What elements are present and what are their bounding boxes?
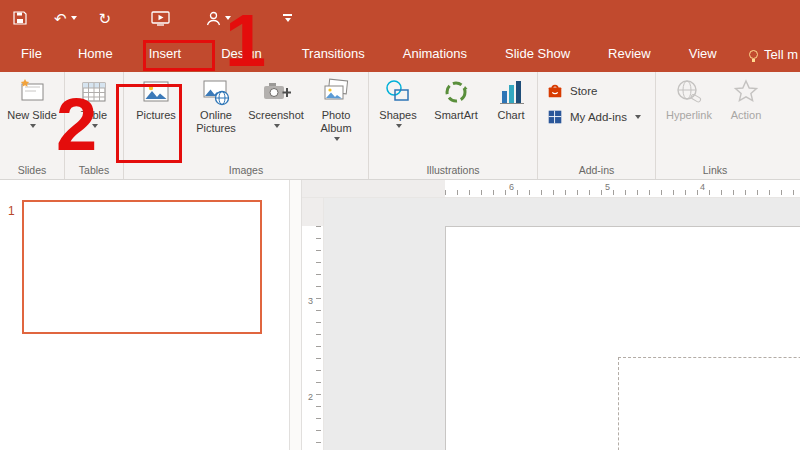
edit-body: 3 2	[302, 198, 800, 450]
lightbulb-icon	[749, 50, 758, 59]
annotation-box-insert-tab	[143, 40, 215, 71]
ribbon-tab-bar: File Home Insert Design Transitions Anim…	[0, 36, 800, 72]
dropdown-arrow-icon[interactable]	[274, 124, 280, 128]
customize-quick-access-icon	[283, 14, 292, 16]
dropdown-arrow-icon[interactable]	[334, 137, 340, 141]
customize-quick-access-button[interactable]	[283, 14, 292, 22]
smartart-button[interactable]: SmartArt	[425, 74, 487, 122]
chevron-down-icon	[285, 18, 291, 22]
ruler-outside-area	[302, 180, 445, 197]
ribbon-group-illustrations: Shapes SmartArt Chart Illustr	[369, 72, 538, 179]
ribbon-group-label-illustrations: Illustrations	[371, 162, 535, 179]
new-slide-icon	[17, 77, 47, 107]
online-pictures-label: Online Pictures	[186, 109, 246, 135]
shapes-button[interactable]: Shapes	[371, 74, 425, 128]
ribbon-group-label-images: Images	[126, 162, 366, 179]
shapes-icon	[383, 77, 413, 107]
hyperlink-icon	[674, 77, 704, 107]
photo-album-label: Photo Album	[306, 109, 366, 135]
chart-label: Chart	[498, 109, 525, 122]
ribbon-group-label-links: Links	[658, 162, 772, 179]
ruler-number: 5	[605, 182, 610, 192]
user-icon	[206, 11, 221, 26]
title-bar: ↶ ↻	[0, 0, 800, 36]
slide-thumbnail-panel: 1	[0, 180, 290, 450]
ruler-number: 4	[700, 182, 705, 192]
horizontal-ruler: 6 5 4	[302, 180, 800, 198]
screenshot-label: Screenshot	[248, 109, 304, 122]
slide[interactable]	[445, 226, 800, 450]
smartart-label: SmartArt	[434, 109, 477, 122]
start-slideshow-button[interactable]	[151, 11, 170, 26]
tell-me-label: Tell m	[764, 47, 798, 62]
undo-button[interactable]: ↶	[54, 11, 77, 26]
hyperlink-label: Hyperlink	[666, 109, 712, 122]
smartart-icon	[441, 77, 471, 107]
tab-slide-show[interactable]: Slide Show	[492, 36, 583, 72]
store-icon	[546, 82, 564, 100]
chevron-down-icon[interactable]	[71, 16, 77, 20]
shapes-label: Shapes	[379, 109, 416, 122]
ruler-outside-area	[302, 198, 323, 226]
tab-view[interactable]: View	[676, 36, 730, 72]
vertical-ruler: 3 2	[302, 198, 324, 450]
ribbon-group-label-add-ins: Add-ins	[540, 162, 653, 179]
redo-icon: ↻	[99, 11, 112, 26]
tab-file[interactable]: File	[8, 36, 55, 72]
slide-canvas-area	[324, 198, 800, 450]
annotation-step-1: 1	[225, 6, 266, 76]
tab-transitions[interactable]: Transitions	[289, 36, 378, 72]
slideshow-icon	[151, 11, 170, 26]
annotation-box-pictures-button	[116, 84, 182, 163]
store-label: Store	[570, 85, 598, 97]
screenshot-button[interactable]: Screenshot	[246, 74, 306, 128]
ruler-number: 3	[308, 296, 313, 306]
redo-button[interactable]: ↻	[99, 11, 112, 26]
ribbon-group-links: Hyperlink Action Links	[656, 72, 774, 179]
slide-editor: 6 5 4 3 2	[302, 180, 800, 450]
new-slide-label: New Slide	[7, 109, 57, 122]
online-pictures-button[interactable]: Online Pictures	[186, 74, 246, 135]
action-label: Action	[731, 109, 762, 122]
my-add-ins-button[interactable]: My Add-ins	[546, 108, 641, 126]
save-button[interactable]	[12, 10, 28, 26]
my-add-ins-label: My Add-ins	[570, 111, 627, 123]
photo-album-button[interactable]: Photo Album	[306, 74, 366, 141]
ruler-ticks	[316, 226, 321, 450]
ribbon-group-add-ins: Store My Add-ins Add-ins	[538, 72, 656, 179]
save-icon	[12, 10, 28, 26]
photo-album-icon	[321, 77, 351, 107]
store-button[interactable]: Store	[546, 82, 641, 100]
dropdown-arrow-icon[interactable]	[30, 124, 36, 128]
chart-icon	[496, 77, 526, 107]
ruler-ticks	[445, 190, 800, 195]
dropdown-arrow-icon[interactable]	[396, 124, 402, 128]
action-button[interactable]: Action	[720, 74, 772, 122]
annotation-step-2: 2	[56, 90, 97, 160]
tab-animations[interactable]: Animations	[390, 36, 480, 72]
new-slide-button[interactable]: New Slide	[2, 74, 62, 128]
action-icon	[731, 77, 761, 107]
ruler-number: 2	[308, 392, 313, 402]
undo-icon: ↶	[54, 11, 67, 26]
hyperlink-button[interactable]: Hyperlink	[658, 74, 720, 122]
chart-button[interactable]: Chart	[487, 74, 535, 122]
slide-number: 1	[8, 204, 15, 218]
workspace: 1 6 5 4 3 2	[0, 180, 800, 450]
ribbon-group-label-slides: Slides	[2, 162, 62, 179]
my-add-ins-icon	[546, 108, 564, 126]
tab-home[interactable]: Home	[65, 36, 126, 72]
ruler-number: 6	[509, 182, 514, 192]
tab-review[interactable]: Review	[595, 36, 664, 72]
slide-thumbnail[interactable]	[22, 200, 262, 334]
panel-splitter[interactable]	[290, 180, 302, 450]
tab-tell-me[interactable]: Tell m	[736, 36, 800, 72]
content-placeholder[interactable]	[618, 357, 800, 450]
dropdown-arrow-icon[interactable]	[635, 115, 641, 119]
